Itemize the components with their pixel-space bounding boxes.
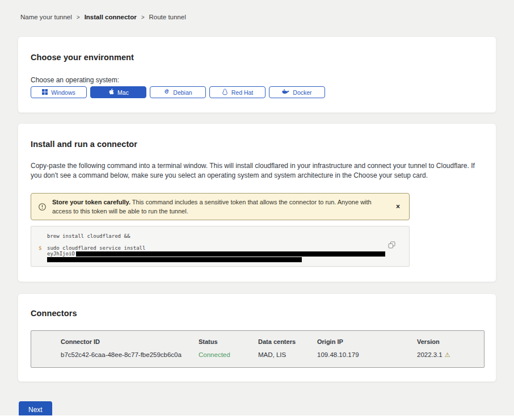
token-warning-banner: Store your token carefully. This command… xyxy=(31,193,410,220)
connector-id-value: b7c52c42-6caa-48ee-8c77-fbe259cb6c0a xyxy=(61,351,199,360)
os-button-debian[interactable]: Debian xyxy=(150,86,206,98)
os-button-group: Windows Mac Debian xyxy=(31,86,483,98)
close-icon[interactable]: × xyxy=(393,202,403,211)
windows-icon xyxy=(42,89,48,96)
install-description: Copy-paste the following command into a … xyxy=(31,161,482,180)
col-header-data-centers: Data centers xyxy=(258,338,317,347)
command-line-1: brew install cloudflared && xyxy=(47,233,409,239)
page: Name your tunnel > Install connector > R… xyxy=(0,0,514,420)
breadcrumb-name-your-tunnel[interactable]: Name your tunnel xyxy=(20,14,72,20)
connectors-card-title: Connectors xyxy=(31,309,483,318)
os-select-label: Choose an operating system: xyxy=(31,76,483,84)
data-centers-value: MAD, LIS xyxy=(258,351,317,360)
status-badge: Connected xyxy=(199,351,258,360)
col-header-version: Version xyxy=(417,338,484,347)
docker-icon xyxy=(282,89,289,96)
os-button-label: Red Hat xyxy=(231,89,254,96)
token-line: eyJhIjoiO xyxy=(47,251,409,257)
os-button-mac[interactable]: Mac xyxy=(90,86,146,98)
col-header-origin-ip: Origin IP xyxy=(317,338,417,347)
alert-circle-icon xyxy=(38,203,47,211)
os-button-redhat[interactable]: Red Hat xyxy=(209,86,266,98)
shell-prompt: $ xyxy=(39,245,41,251)
breadcrumb: Name your tunnel > Install connector > R… xyxy=(0,0,514,20)
redhat-icon xyxy=(222,89,228,96)
os-button-label: Docker xyxy=(293,89,311,96)
os-button-label: Debian xyxy=(173,89,192,96)
token-warning-title: Store your token carefully. xyxy=(52,199,130,205)
version-warning-icon: ⚠ xyxy=(445,351,450,358)
breadcrumb-route-tunnel[interactable]: Route tunnel xyxy=(149,14,186,20)
origin-ip-value: 109.48.10.179 xyxy=(317,351,417,360)
connectors-card: Connectors Connector ID Status Data cent… xyxy=(18,293,496,382)
environment-card-title: Choose your environment xyxy=(31,53,483,62)
install-card: Install and run a connector Copy-paste t… xyxy=(18,123,496,282)
command-line-2: sudo cloudflared service install eyJhIjo… xyxy=(47,245,409,263)
command-line-2-text: sudo cloudflared service install xyxy=(47,245,409,251)
copy-icon[interactable] xyxy=(387,240,397,251)
col-header-status: Status xyxy=(199,338,258,347)
environment-card: Choose your environment Choose an operat… xyxy=(18,36,496,113)
token-prefix: eyJhIjoiO xyxy=(47,251,75,257)
breadcrumb-separator: > xyxy=(77,14,80,20)
os-button-docker[interactable]: Docker xyxy=(269,86,325,98)
token-warning-text: Store your token carefully. This command… xyxy=(52,198,393,216)
debian-icon xyxy=(163,89,170,96)
os-button-label: Mac xyxy=(117,89,129,96)
os-button-label: Windows xyxy=(51,89,75,96)
redaction-bar xyxy=(47,257,302,262)
breadcrumb-install-connector[interactable]: Install connector xyxy=(85,14,137,20)
os-button-windows[interactable]: Windows xyxy=(31,86,87,98)
bottom-strip xyxy=(0,415,514,420)
col-header-connector-id: Connector ID xyxy=(61,338,199,347)
version-value: 2022.3.1⚠ xyxy=(417,351,484,360)
connectors-table: Connector ID Status Data centers Origin … xyxy=(31,330,484,368)
breadcrumb-separator: > xyxy=(141,14,145,20)
redaction-bar xyxy=(76,251,385,257)
install-command-code-block: $ brew install cloudflared && sudo cloud… xyxy=(31,226,410,267)
install-card-title: Install and run a connector xyxy=(31,140,483,149)
apple-icon xyxy=(108,88,114,96)
